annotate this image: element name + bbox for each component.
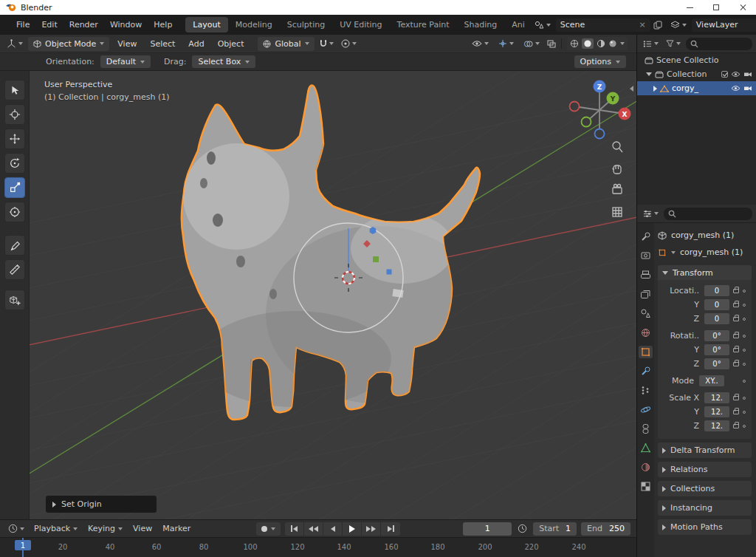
tool-tab[interactable] bbox=[639, 230, 653, 243]
disable-render-camera-icon[interactable] bbox=[743, 71, 752, 78]
tab-sculpting[interactable]: Sculpting bbox=[280, 17, 332, 33]
minimize-button[interactable] bbox=[676, 0, 703, 15]
transform-orientation-dropdown[interactable]: Global bbox=[258, 37, 314, 51]
properties-editor-type-button[interactable] bbox=[641, 210, 661, 218]
tool-add-primitive[interactable] bbox=[4, 290, 25, 310]
outliner-row-collection[interactable]: Collection bbox=[637, 67, 756, 81]
tool-annotate[interactable] bbox=[4, 235, 25, 256]
lock-icon[interactable] bbox=[733, 303, 739, 307]
camera-view-button[interactable] bbox=[613, 185, 622, 194]
jump-prev-keyframe-button[interactable] bbox=[304, 522, 323, 536]
tab-animation[interactable]: Ani bbox=[504, 17, 532, 33]
menu-keying[interactable]: Keying bbox=[85, 524, 126, 533]
auto-keying-button[interactable] bbox=[256, 522, 281, 536]
use-preview-range-icon[interactable] bbox=[518, 524, 527, 533]
output-tab[interactable] bbox=[639, 269, 653, 281]
scene-name-field[interactable]: Scene × bbox=[556, 18, 650, 32]
modifiers-tab[interactable] bbox=[639, 365, 653, 377]
gizmos-toggle[interactable] bbox=[496, 39, 516, 48]
orientation-setting-dropdown[interactable]: Default bbox=[100, 55, 151, 68]
pan-hand-button[interactable] bbox=[613, 165, 622, 174]
section-motion-paths[interactable]: Motion Paths bbox=[658, 519, 752, 535]
animate-dot-icon[interactable] bbox=[743, 318, 746, 321]
menu-file[interactable]: File bbox=[10, 18, 35, 32]
pinned-id-row[interactable]: corgy_mesh (1) bbox=[658, 227, 752, 244]
outliner-search-field[interactable] bbox=[686, 38, 752, 50]
animate-dot-icon[interactable] bbox=[743, 290, 746, 293]
sidebar-collapse-arrow-icon[interactable] bbox=[630, 86, 633, 92]
menu-select[interactable]: Select bbox=[145, 39, 180, 49]
timeline-editor-type-button[interactable] bbox=[6, 524, 27, 533]
rotation-z-field[interactable]: 0° bbox=[704, 358, 729, 369]
lock-icon[interactable] bbox=[733, 362, 739, 366]
disclosure-closed-icon[interactable] bbox=[653, 86, 657, 92]
operator-panel[interactable]: Set Origin bbox=[46, 496, 157, 513]
lock-icon[interactable] bbox=[733, 396, 739, 400]
scene-tab[interactable] bbox=[639, 307, 653, 320]
tool-move[interactable] bbox=[4, 129, 25, 149]
outliner-editor-type-button[interactable] bbox=[641, 40, 661, 48]
axis-y-negative-ball[interactable] bbox=[582, 117, 591, 127]
axis-x-negative-ball[interactable] bbox=[570, 102, 580, 112]
scale-y-field[interactable]: 12. bbox=[704, 406, 729, 417]
shading-material-button[interactable] bbox=[597, 39, 605, 48]
tab-shading[interactable]: Shading bbox=[457, 17, 505, 33]
options-dropdown[interactable]: Options bbox=[574, 55, 626, 68]
section-relations[interactable]: Relations bbox=[658, 462, 752, 477]
zoom-button[interactable] bbox=[613, 142, 622, 152]
menu-window[interactable]: Window bbox=[104, 18, 148, 32]
tool-scale[interactable] bbox=[4, 177, 25, 198]
viewlayer-tab[interactable] bbox=[639, 288, 653, 301]
jump-next-keyframe-button[interactable] bbox=[362, 522, 381, 536]
constraints-tab[interactable] bbox=[639, 423, 653, 435]
snapping-dropdown[interactable] bbox=[317, 39, 336, 48]
transform-panel-header[interactable]: Transform bbox=[658, 265, 752, 280]
visibility-dropdown[interactable] bbox=[470, 40, 491, 47]
outliner-row-scene-collection[interactable]: Scene Collectio bbox=[637, 53, 756, 67]
animate-dot-icon[interactable] bbox=[743, 380, 746, 383]
particles-tab[interactable] bbox=[639, 384, 653, 397]
object-tab[interactable] bbox=[639, 346, 653, 358]
tab-layout[interactable]: Layout bbox=[185, 17, 227, 33]
scene-browse-button[interactable] bbox=[532, 21, 553, 29]
playhead-current-frame[interactable]: 1 bbox=[15, 540, 31, 550]
render-tab[interactable] bbox=[639, 250, 653, 262]
new-scene-button[interactable] bbox=[653, 21, 662, 30]
location-y-field[interactable]: 0 bbox=[704, 299, 729, 310]
play-button[interactable] bbox=[343, 522, 362, 536]
outliner-row-corgy[interactable]: corgy_ bbox=[637, 81, 756, 95]
hide-eye-icon[interactable] bbox=[731, 71, 740, 78]
lock-icon[interactable] bbox=[733, 410, 739, 414]
tab-uv-editing[interactable]: UV Editing bbox=[332, 17, 389, 33]
frame-start-field[interactable]: Start 1 bbox=[533, 522, 577, 536]
object-data-tab[interactable] bbox=[639, 442, 653, 454]
tool-select-box[interactable] bbox=[4, 80, 25, 100]
section-collections[interactable]: Collections bbox=[658, 481, 752, 496]
disable-render-camera-icon[interactable] bbox=[743, 85, 752, 92]
location-x-field[interactable]: 0 bbox=[704, 285, 729, 296]
animate-dot-icon[interactable] bbox=[743, 411, 746, 414]
tool-measure[interactable] bbox=[4, 259, 25, 280]
menu-playback[interactable]: Playback bbox=[31, 524, 80, 533]
scale-z-field[interactable]: 12. bbox=[704, 420, 729, 431]
axis-z-negative-ball[interactable] bbox=[595, 129, 605, 139]
animate-dot-icon[interactable] bbox=[743, 397, 746, 400]
xray-toggle[interactable] bbox=[547, 40, 556, 48]
corgi-mesh-object[interactable] bbox=[182, 85, 487, 420]
physics-tab[interactable] bbox=[639, 403, 653, 416]
shading-solid-button[interactable] bbox=[582, 38, 594, 49]
drag-setting-dropdown[interactable]: Select Box bbox=[192, 55, 255, 68]
tab-modeling[interactable]: Modeling bbox=[228, 17, 280, 33]
frame-end-field[interactable]: End 250 bbox=[581, 522, 630, 536]
location-z-field[interactable]: 0 bbox=[704, 313, 729, 324]
section-delta-transform[interactable]: Delta Transform bbox=[658, 442, 752, 458]
animate-dot-icon[interactable] bbox=[743, 425, 746, 428]
tool-cursor[interactable] bbox=[4, 104, 25, 125]
hide-eye-icon[interactable] bbox=[731, 85, 740, 92]
tab-texture-paint[interactable]: Texture Paint bbox=[390, 17, 457, 33]
lock-icon[interactable] bbox=[733, 317, 739, 321]
maximize-button[interactable] bbox=[703, 0, 729, 15]
disclosure-open-icon[interactable] bbox=[646, 72, 652, 76]
menu-timeline-view[interactable]: View bbox=[130, 524, 155, 533]
overlays-toggle[interactable] bbox=[521, 40, 542, 48]
